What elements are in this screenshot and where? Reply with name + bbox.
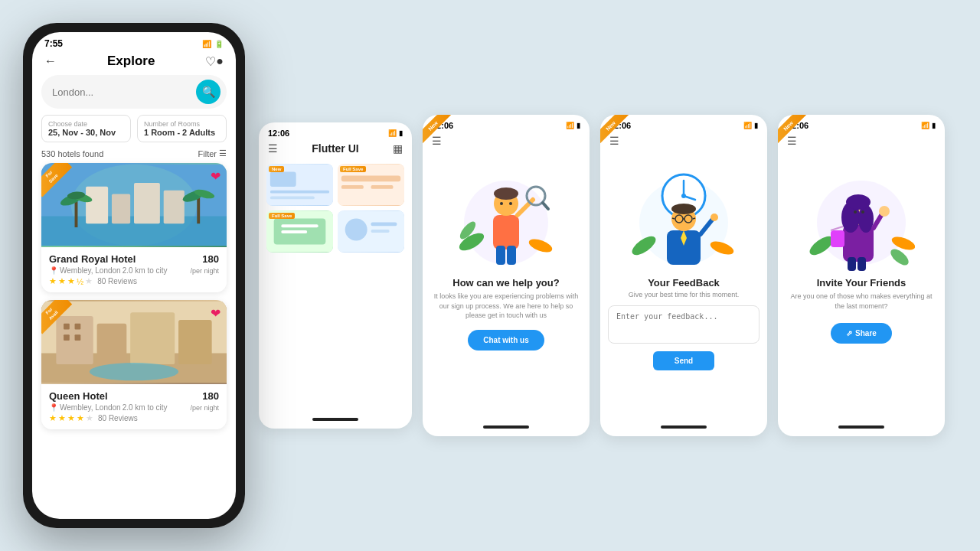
phone-time: 7:55 (44, 38, 63, 49)
svg-rect-30 (341, 175, 400, 181)
feedback-illustration (630, 158, 737, 272)
thumb-badge-2: Full Save (340, 166, 366, 172)
help-icons: 📶 ▮ (566, 122, 580, 129)
hotel-badge-grand: ForSave (41, 163, 72, 197)
choose-date-label: Choose date (48, 120, 124, 128)
battery-icon: 🔋 (214, 40, 224, 48)
rooms-box[interactable]: Number of Rooms 1 Room - 2 Adults (137, 115, 227, 142)
rooms-label: Number of Rooms (144, 120, 220, 128)
svg-rect-31 (341, 185, 364, 189)
flutter-thumbnails: New Full Save Full Save (259, 159, 412, 257)
invite-illustration (808, 158, 915, 272)
svg-rect-26 (270, 172, 296, 187)
hotel-badge-queen: ForAvail (41, 300, 72, 334)
filter-row: 530 hotels found Filter ☰ (32, 148, 236, 163)
hotel-stars-queen: ★★★★★ 80 Reviews (49, 413, 219, 423)
hotel-location-queen: 📍 Wembley, London 2.0 km to city (49, 403, 168, 412)
location-icon-2: 📍 (49, 403, 58, 412)
search-input[interactable] (52, 86, 196, 98)
location-pin-icon[interactable]: ● (216, 54, 224, 68)
screen-help: New 12:06 📶 ▮ ☰ (423, 115, 590, 436)
hotel-name-queen: Queen Hotel (49, 390, 108, 402)
phone-screen: 7:55 📶 🔋 ← Explore ♡ ● 🔍 Choose date 25,… (32, 32, 236, 519)
battery-icon-i: ▮ (932, 122, 936, 129)
phone-status-bar: 7:55 📶 🔋 (32, 32, 236, 51)
share-icon: ⇗ (846, 329, 852, 337)
location-icon: 📍 (49, 266, 58, 275)
thumb-1[interactable]: New (266, 164, 333, 206)
page-title: Explore (57, 54, 205, 69)
svg-rect-36 (281, 230, 307, 233)
svg-rect-17 (97, 324, 127, 364)
svg-point-24 (90, 363, 178, 380)
hotel-favorite-queen[interactable]: ❤ (211, 306, 220, 321)
search-bar: 🔍 (41, 75, 227, 109)
thumb-4[interactable] (338, 210, 404, 253)
flutter-icons: 📶 ▮ (388, 129, 403, 137)
grid-icon-flutter[interactable]: ▦ (393, 142, 403, 155)
battery-icon-f: ▮ (399, 129, 403, 137)
battery-icon-fb: ▮ (754, 122, 758, 129)
thumb-2[interactable]: Full Save (338, 164, 404, 206)
help-ribbon: New (423, 115, 452, 145)
screen-flutter: 12:06 📶 ▮ ☰ Flutter UI ▦ New Full Save F… (259, 122, 412, 429)
hotel-per-night-queen: /per night (190, 404, 219, 412)
help-description: It looks like you are experiencing probl… (423, 289, 590, 324)
wifi-icon-f: 📶 (388, 129, 397, 137)
svg-rect-3 (86, 187, 108, 223)
hotel-stars-grand: ★★★½★ 80 Reviews (49, 276, 219, 286)
hotel-per-night-grand: /per night (190, 267, 219, 275)
hotel-image-queen: ForAvail (41, 300, 227, 384)
help-title: How can we help you? (445, 277, 567, 289)
wifi-icon-h: 📶 (566, 122, 574, 129)
choose-date-box[interactable]: Choose date 25, Nov - 30, Nov (41, 115, 131, 142)
wifi-icon: 📶 (202, 40, 211, 48)
svg-point-82 (854, 210, 857, 214)
svg-rect-40 (371, 230, 390, 233)
feedback-ribbon: New (600, 115, 629, 145)
hotel-image-grand: ForSave (41, 163, 227, 247)
thumb-3[interactable]: Full Save (266, 210, 333, 253)
invite-icons: 📶 ▮ (921, 122, 936, 129)
filter-icon: ☰ (219, 148, 227, 158)
svg-rect-86 (831, 230, 844, 247)
heart-icon[interactable]: ♡ (205, 54, 216, 69)
svg-point-48 (500, 202, 503, 205)
feedback-icons: 📶 ▮ (743, 122, 758, 129)
back-icon[interactable]: ← (44, 54, 57, 68)
svg-rect-45 (493, 215, 519, 249)
svg-line-68 (672, 218, 675, 219)
filter-button[interactable]: Filter ☰ (198, 148, 227, 158)
feedback-input[interactable] (608, 305, 760, 344)
feedback-description: Give your best time for this moment. (618, 289, 750, 301)
hotel-name-price-queen: Queen Hotel 180 (49, 390, 219, 402)
invite-ribbon-wrap: New (778, 115, 820, 157)
feedback-ribbon-wrap: New (600, 115, 642, 157)
svg-point-70 (671, 204, 696, 214)
share-button[interactable]: ⇗ Share (831, 323, 892, 344)
chat-button[interactable]: Chat with us (468, 330, 544, 350)
screen-invite: New 12:06 📶 ▮ ☰ (778, 115, 945, 436)
hotel-location-grand: 📍 Wembley, London 2.0 km to city (49, 266, 168, 275)
hotel-info-queen: Queen Hotel 180 📍 Wembley, London 2.0 km… (41, 384, 227, 429)
hotel-name-price-grand: Grand Royal Hotel 180 (49, 253, 219, 265)
hotel-card-grand[interactable]: ForSave (41, 163, 227, 292)
flutter-status-bar: 12:06 📶 ▮ (259, 122, 412, 141)
send-button[interactable]: Send (653, 351, 714, 370)
date-rooms-row: Choose date 25, Nov - 30, Nov Number of … (41, 115, 227, 142)
flutter-bottom-bar (312, 418, 358, 421)
svg-line-69 (693, 218, 695, 219)
menu-icon-flutter[interactable]: ☰ (268, 142, 278, 155)
svg-rect-39 (371, 222, 397, 226)
invite-description: Are you one of those who makes everythin… (778, 289, 945, 314)
thumb-badge-1: New (269, 166, 284, 172)
svg-rect-32 (371, 185, 394, 189)
feedback-bottom-bar (661, 425, 707, 429)
hotel-card-queen[interactable]: ForAvail (41, 300, 227, 429)
svg-rect-54 (507, 246, 516, 265)
hotel-info-grand: Grand Royal Hotel 180 📍 Wembley, London … (41, 247, 227, 292)
battery-icon-h: ▮ (577, 122, 580, 129)
hotel-favorite-grand[interactable]: ❤ (211, 169, 220, 184)
choose-date-value: 25, Nov - 30, Nov (48, 128, 124, 137)
search-button[interactable]: 🔍 (196, 80, 220, 104)
